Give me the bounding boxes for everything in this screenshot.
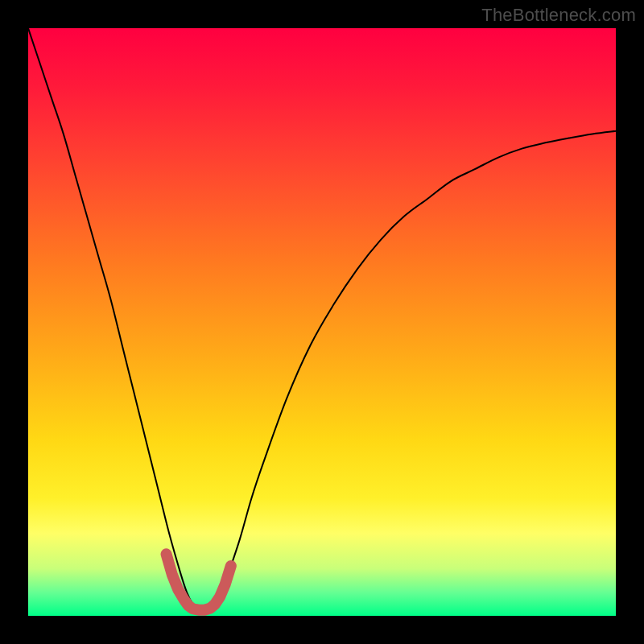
plot-area <box>28 28 616 616</box>
chart-frame: TheBottleneck.com <box>0 0 644 644</box>
bottleneck-chart <box>28 28 616 616</box>
watermark-text: TheBottleneck.com <box>481 5 636 26</box>
